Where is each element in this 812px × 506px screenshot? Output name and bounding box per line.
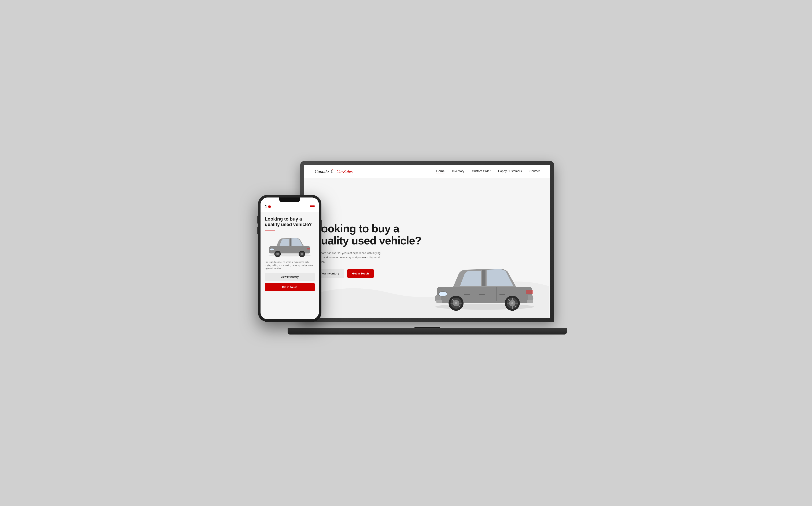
scene: Canada 1 CarSales Home Inventory Custom	[258, 161, 554, 345]
svg-point-27	[511, 302, 513, 304]
svg-marker-34	[268, 205, 271, 208]
website-navbar: Canada 1 CarSales Home Inventory Custom	[304, 165, 550, 178]
phone-volume-up-button	[257, 216, 258, 224]
nav-links: Home Inventory Custom Order Happy Custom…	[436, 169, 540, 174]
svg-rect-6	[527, 300, 533, 303]
hero-title: Looking to buy a quality used vehicle?	[314, 223, 427, 247]
svg-point-17	[455, 302, 457, 304]
phone-logo: 1	[265, 204, 271, 209]
svg-point-43	[300, 253, 303, 255]
svg-point-44	[270, 248, 274, 251]
logo-canada-text: Canada	[314, 169, 329, 174]
laptop-base	[288, 328, 567, 335]
phone-view-inventory-button[interactable]: View Inventory	[265, 273, 314, 281]
car-svg	[426, 255, 544, 311]
hamburger-line-3	[310, 207, 314, 208]
hamburger-line-2	[310, 206, 314, 207]
phone-website: 1 Looking to buy a qual	[261, 197, 319, 319]
svg-rect-8	[526, 290, 533, 294]
laptop-frame: Canada 1 CarSales Home Inventory Custom	[300, 161, 554, 322]
svg-rect-13	[500, 294, 506, 295]
svg-rect-5	[436, 300, 442, 303]
phone-screen: 1 Looking to buy a qual	[261, 197, 319, 319]
phone-hero-title: Looking to buy a quality used vehicle?	[265, 216, 314, 228]
laptop-device: Canada 1 CarSales Home Inventory Custom	[300, 161, 554, 335]
phone-device: 1 Looking to buy a qual	[258, 195, 322, 322]
nav-custom-order[interactable]: Custom Order	[472, 169, 490, 174]
phone-hero-description: Our team has over 20 years of experience…	[265, 260, 314, 270]
phone-logo-number: 1	[265, 204, 267, 209]
get-in-touch-button[interactable]: Get in Touch	[347, 269, 374, 278]
svg-point-7	[439, 291, 447, 296]
phone-power-button	[322, 220, 322, 231]
hero-description: Our team has over 20 years of experience…	[314, 251, 382, 264]
laptop-screen: Canada 1 CarSales Home Inventory Custom	[304, 165, 550, 318]
hero-buttons: View Inventory Get in Touch	[314, 269, 427, 278]
hero-car-image	[426, 255, 544, 312]
phone-logo-maple-icon	[268, 205, 271, 208]
phone-get-in-touch-button[interactable]: Get in Touch	[265, 283, 314, 291]
website: Canada 1 CarSales Home Inventory Custom	[304, 165, 550, 318]
phone-volume-down-button	[257, 227, 258, 234]
phone-hero-section: Looking to buy a quality used vehicle?	[261, 212, 319, 319]
hero-content: Looking to buy a quality used vehicle? O…	[314, 223, 427, 278]
nav-inventory[interactable]: Inventory	[452, 169, 464, 174]
phone-title-underline	[265, 230, 275, 231]
svg-point-40	[276, 253, 279, 255]
svg-rect-45	[307, 248, 310, 250]
svg-rect-12	[479, 294, 485, 295]
nav-home[interactable]: Home	[436, 169, 445, 174]
logo-maple-icon: 1	[330, 169, 335, 174]
svg-rect-37	[290, 239, 291, 246]
phone-notch	[279, 197, 300, 202]
svg-rect-11	[464, 294, 470, 295]
phone-frame: 1 Looking to buy a qual	[258, 195, 322, 322]
nav-happy-customers[interactable]: Happy Customers	[498, 169, 522, 174]
nav-contact[interactable]: Contact	[530, 169, 540, 174]
hamburger-line-1	[310, 205, 314, 205]
logo-carsales-text: CarSales	[337, 169, 353, 174]
hero-section: Looking to buy a quality used vehicle? O…	[304, 178, 550, 318]
svg-rect-4	[482, 270, 485, 286]
logo: Canada 1 CarSales	[314, 169, 353, 174]
phone-car-image	[265, 234, 314, 257]
hamburger-menu-button[interactable]	[310, 205, 314, 208]
